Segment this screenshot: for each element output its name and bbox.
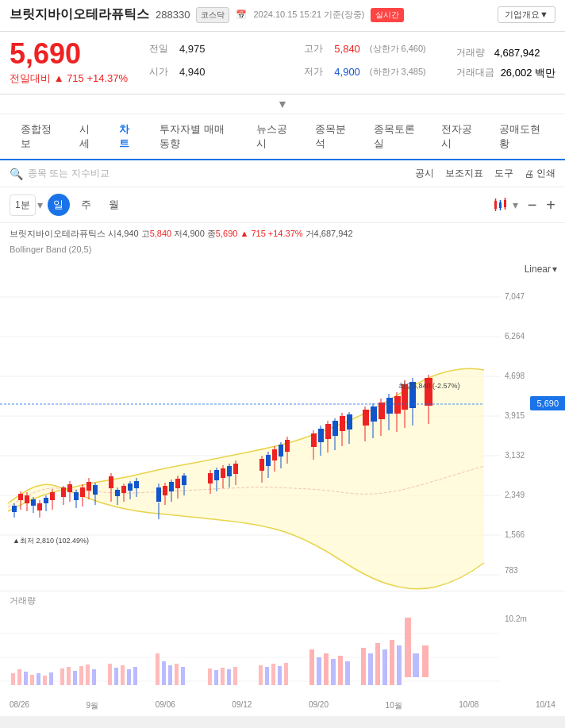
announcement-button[interactable]: 공시 <box>415 167 434 180</box>
day-btn[interactable]: 일 <box>48 194 70 216</box>
svg-rect-133 <box>347 414 352 429</box>
tab-disclosure[interactable]: 전자공시 <box>430 114 489 160</box>
svg-rect-139 <box>371 406 377 422</box>
price-change-label: 전일대비 <box>10 72 51 84</box>
prev-close-row: 전일 4,975 <box>149 40 288 58</box>
svg-rect-127 <box>332 421 338 436</box>
svg-rect-112 <box>279 445 283 456</box>
chart-svg-wrapper: Linear ▾ <box>0 257 565 591</box>
svg-rect-136 <box>363 410 369 426</box>
svg-rect-124 <box>325 424 331 439</box>
svg-text:10.2m: 10.2m <box>505 614 527 623</box>
expand-button[interactable]: ▼ <box>277 98 288 110</box>
svg-text:3,132: 3,132 <box>505 451 525 460</box>
tab-chart[interactable]: 차트 <box>108 114 148 160</box>
printer-icon: 🖨 <box>525 168 534 179</box>
svg-rect-43 <box>67 484 72 492</box>
volume-section-label: 거래량 <box>0 591 565 610</box>
x-label-oct: 10월 <box>386 700 402 711</box>
svg-rect-76 <box>163 486 167 495</box>
svg-rect-22 <box>18 494 23 500</box>
zoom-in-button[interactable]: + <box>546 196 555 214</box>
month-btn[interactable]: 월 <box>102 195 125 215</box>
volume-section: 거래량 10.2m <box>0 591 565 697</box>
tab-news[interactable]: 뉴스공시 <box>245 114 304 160</box>
volume-chart-svg: 10.2m <box>0 610 565 697</box>
svg-rect-73 <box>156 487 161 502</box>
svg-text:783: 783 <box>505 566 518 575</box>
svg-rect-46 <box>74 492 79 500</box>
svg-rect-109 <box>272 449 277 460</box>
tab-market[interactable]: 시세 <box>68 114 109 160</box>
svg-rect-187 <box>86 664 90 685</box>
zoom-out-button[interactable]: − <box>528 196 537 214</box>
svg-rect-88 <box>208 473 213 483</box>
linear-dropdown-icon: ▾ <box>552 264 557 275</box>
svg-rect-213 <box>338 656 343 685</box>
week-btn[interactable]: 주 <box>75 195 98 215</box>
price-badge: 5,690 <box>530 396 565 410</box>
svg-rect-58 <box>109 476 113 488</box>
volume-row: 거래량 4,687,942 <box>456 46 555 60</box>
tab-investor[interactable]: 투자자별 매매동향 <box>148 114 245 160</box>
tab-overview[interactable]: 종합정보 <box>10 114 68 160</box>
svg-rect-37 <box>50 492 55 500</box>
high-sub: (상한가 6,460) <box>370 43 426 55</box>
svg-rect-197 <box>175 664 179 685</box>
low-label: 저가 <box>304 65 328 79</box>
print-button[interactable]: 🖨 인쇄 <box>525 167 555 180</box>
linear-selector[interactable]: Linear ▾ <box>525 264 557 275</box>
svg-text:최고5,840 (-2.57%): 최고5,840 (-2.57%) <box>398 382 460 390</box>
low-row: 저가 4,900 (하한가 3,485) <box>304 63 443 81</box>
chart-type-selector[interactable]: ▾ <box>492 196 518 214</box>
minute-btn[interactable]: 1분 <box>10 195 36 216</box>
svg-rect-196 <box>168 665 172 685</box>
tab-analysis[interactable]: 종목분석 <box>304 114 363 160</box>
svg-rect-190 <box>114 668 118 685</box>
search-bar[interactable]: 🔍 종목 또는 지수비교 <box>10 167 405 180</box>
tab-discussion[interactable]: 종목토론실 <box>363 114 430 160</box>
stock-name: 브릿지바이오테라퓨틱스 <box>10 6 149 23</box>
svg-rect-148 <box>394 396 401 414</box>
minute-selector[interactable]: 1분 ▾ <box>10 195 43 216</box>
amount-value: 26,002 백만 <box>501 66 555 80</box>
company-overview-button[interactable]: 기업개요▼ <box>498 6 555 23</box>
tools-button[interactable]: 도구 <box>494 167 513 180</box>
svg-rect-206 <box>271 664 275 685</box>
amount-row: 거래대금 26,002 백만 <box>456 66 555 80</box>
svg-rect-218 <box>382 649 387 685</box>
svg-rect-185 <box>73 671 77 685</box>
stock-code: 288330 <box>156 9 190 21</box>
toolbar: 🔍 종목 또는 지수비교 공시 보조지표 도구 🖨 인쇄 <box>0 160 565 187</box>
svg-rect-79 <box>169 482 174 491</box>
search-icon: 🔍 <box>10 168 23 180</box>
change-icon: ▲ <box>54 72 64 84</box>
svg-text:3,915: 3,915 <box>505 411 525 420</box>
svg-rect-118 <box>311 433 317 447</box>
high-row: 고가 5,840 (상한가 6,460) <box>304 40 443 58</box>
svg-rect-211 <box>324 653 329 685</box>
minute-dropdown-icon: ▾ <box>37 198 43 211</box>
realtime-badge: 실시간 <box>371 8 404 22</box>
price-change: 전일대비 ▲ 715 +14.37% <box>10 71 136 86</box>
linear-label-text: Linear <box>525 264 551 275</box>
svg-rect-19 <box>12 506 17 512</box>
open-value: 4,940 <box>179 66 206 78</box>
svg-rect-142 <box>379 403 385 419</box>
svg-rect-204 <box>259 665 263 685</box>
main-chart-svg: 최고5,840 (-2.57%) ▲최저 2,810 (102.49%) 7,0… <box>0 257 565 591</box>
svg-rect-216 <box>368 653 373 685</box>
chart-type-dropdown-icon: ▾ <box>513 198 518 211</box>
svg-rect-64 <box>121 486 126 493</box>
chart-controls: 1분 ▾ 일 주 월 ▾ − + <box>0 187 565 223</box>
svg-rect-212 <box>331 659 336 685</box>
indicators-button[interactable]: 보조지표 <box>445 167 483 180</box>
high-value: 5,840 <box>334 43 360 55</box>
svg-rect-70 <box>134 481 139 488</box>
nav-tabs: 종합정보 시세 차트 투자자별 매매동향 뉴스공시 종목분석 종목토론실 전자공… <box>0 114 565 160</box>
svg-rect-188 <box>92 669 96 685</box>
svg-rect-180 <box>37 673 40 685</box>
chart-stock-name: 브릿지바이오테라퓨틱스 <box>10 229 106 238</box>
tab-shortsell[interactable]: 공매도현황 <box>488 114 555 160</box>
svg-text:4,698: 4,698 <box>505 372 525 380</box>
